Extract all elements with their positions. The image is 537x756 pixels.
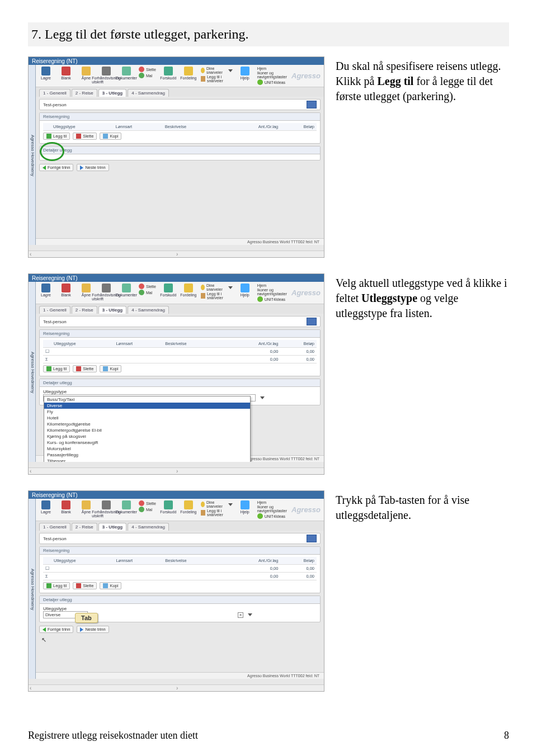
horizontal-scrollbar[interactable]: ‹› (29, 684, 324, 691)
dropdown-item[interactable]: Passasjertillegg (44, 452, 250, 458)
next-step-button[interactable]: Neste trinn (77, 164, 109, 171)
col-belop: Beløp (280, 123, 317, 131)
delete-link[interactable]: Slette (139, 500, 156, 506)
clear-button[interactable]: × (238, 612, 243, 618)
add-button[interactable]: Legg til (43, 582, 70, 589)
icons-nav-link[interactable]: Ikoner og navigeringstaster (257, 71, 287, 79)
add-shortcut-link[interactable]: Legg til i snarveier (201, 509, 233, 517)
save-button[interactable]: Lagre (38, 284, 54, 297)
dropdown-item-selected[interactable]: Diverse (44, 403, 250, 409)
delete-row-button[interactable]: Slette (73, 133, 97, 140)
advance-button[interactable]: Forskudd (161, 284, 176, 297)
shortcuts-menu[interactable]: Dine snarveier (201, 284, 233, 291)
documents-button[interactable]: Dokumenter (119, 284, 134, 297)
dropdown-item[interactable]: Tilhenger (44, 458, 250, 462)
copy-button[interactable]: Kopi (100, 133, 121, 140)
info-button[interactable]: Hjelp (237, 67, 253, 80)
next-step-button[interactable]: Neste trinn (77, 626, 109, 633)
copy-button[interactable]: Kopi (100, 582, 121, 589)
add-button[interactable]: Legg til (43, 365, 70, 372)
tab-summary[interactable]: 4 - Sammendrag (128, 523, 169, 531)
col-antgrlag: Ant./Gr.lag (224, 340, 281, 348)
tab-general[interactable]: 1 - Generell (39, 89, 70, 97)
blank-button[interactable]: Blank (58, 284, 74, 297)
dropdown-item[interactable]: Hotell (44, 415, 250, 421)
side-tab[interactable]: Agresso Hovedmeny (29, 65, 36, 245)
unit4-link[interactable]: UNIT4Ideas (257, 513, 287, 519)
preview-button[interactable]: Forhåndsvisning utskrift (98, 500, 114, 518)
chevron-down-icon[interactable] (248, 613, 252, 616)
home-link[interactable]: Hjem (257, 67, 287, 70)
dropdown-item[interactable]: Kilometergodtgjørelse (44, 421, 250, 427)
unit4-link[interactable]: UNIT4Ideas (257, 79, 287, 85)
tab-travel[interactable]: 2 - Reise (72, 523, 97, 531)
tab-expenses[interactable]: 3 - Utlegg (98, 523, 126, 531)
add-shortcut-link[interactable]: Legg til i snarveier (201, 75, 233, 83)
horizontal-scrollbar[interactable]: ‹› (29, 467, 324, 474)
blank-button[interactable]: Blank (58, 67, 74, 80)
tab-travel[interactable]: 2 - Reise (72, 89, 97, 97)
add-button[interactable]: Legg til (43, 133, 70, 140)
shortcuts-menu[interactable]: Dine snarveier (201, 67, 233, 74)
preview-button[interactable]: Forhåndsvisning utskrift (98, 284, 114, 301)
distribution-button[interactable]: Fordeling (181, 284, 196, 297)
documents-button[interactable]: Dokumenter (119, 67, 134, 80)
tab-summary[interactable]: 4 - Sammendrag (128, 89, 169, 97)
tab-general[interactable]: 1 - Generell (39, 523, 70, 531)
add-shortcut-link[interactable]: Legg til i snarveier (201, 292, 233, 300)
save-button[interactable]: Lagre (38, 67, 54, 80)
template-link[interactable]: Mal (139, 73, 156, 78)
advance-button[interactable]: Forskudd (161, 67, 176, 80)
dropdown-item[interactable]: Kjøring på skogsvei (44, 433, 250, 440)
shortcuts-menu[interactable]: Dine snarveier (201, 500, 233, 508)
chevron-down-icon[interactable] (260, 396, 265, 399)
template-link[interactable]: Mal (139, 507, 156, 512)
info-button[interactable]: Hjelp (237, 284, 253, 297)
tab-travel[interactable]: 2 - Reise (72, 306, 97, 314)
advance-button[interactable]: Forskudd (161, 500, 176, 514)
distribution-button[interactable]: Fordeling (181, 67, 196, 80)
dropdown-item[interactable]: Kilometergodtgjørelse El-bil (44, 427, 250, 433)
save-button[interactable]: Lagre (38, 500, 54, 514)
dropdown-item[interactable]: Fly (44, 409, 250, 415)
prev-step-button[interactable]: Forrige trinn (39, 164, 73, 171)
distribution-button[interactable]: Fordeling (181, 500, 196, 514)
horizontal-scrollbar[interactable]: ‹› (29, 251, 324, 257)
template-link[interactable]: Mal (139, 290, 156, 295)
utleggstype-dropdown[interactable]: Buss/Tog/Taxi Diverse Fly Hotell Kilomet… (44, 396, 251, 462)
dropdown-item[interactable]: Buss/Tog/Taxi (44, 396, 250, 403)
person-action-icon[interactable] (307, 101, 317, 108)
preview-button[interactable]: Forhåndsvisning utskrift (98, 67, 114, 84)
table-row[interactable]: ☐ 0,00 0,00 (43, 565, 317, 573)
advance-icon (164, 284, 173, 292)
col-antgrlag: Ant./Gr.lag (223, 123, 280, 131)
delete-row-button[interactable]: Slette (73, 582, 97, 589)
tab-expenses[interactable]: 3 - Utlegg (98, 89, 126, 97)
side-tab[interactable]: Agresso Hovedmeny (29, 499, 36, 679)
table-row[interactable]: ☐ 0,00 0,00 (43, 348, 317, 356)
delete-row-button[interactable]: Slette (73, 365, 97, 372)
dropdown-item[interactable]: Kurs- og konferanseavgift (44, 440, 250, 446)
col-beskrivelse: Beskrivelse (163, 557, 223, 565)
home-link[interactable]: Hjem (257, 500, 287, 504)
tab-expenses[interactable]: 3 - Utlegg (98, 306, 126, 314)
icons-nav-link[interactable]: Ikoner og navigeringstaster (257, 505, 287, 513)
status-bar: Agresso Business World TTT002 feid: NT (36, 672, 324, 679)
blank-button[interactable]: Blank (58, 500, 74, 514)
person-action-icon[interactable] (307, 535, 317, 542)
side-tab[interactable]: Agresso Hovedmeny (29, 282, 36, 462)
copy-button[interactable]: Kopi (100, 365, 121, 372)
person-action-icon[interactable] (307, 318, 317, 325)
tab-general[interactable]: 1 - Generell (39, 306, 70, 314)
home-link[interactable]: Hjem (257, 284, 287, 287)
prev-step-button[interactable]: Forrige trinn (39, 626, 73, 633)
info-button[interactable]: Hjelp (237, 500, 253, 514)
delete-link[interactable]: Slette (139, 67, 156, 72)
documents-button[interactable]: Dokumenter (119, 500, 134, 514)
tab-summary[interactable]: 4 - Sammendrag (128, 306, 169, 314)
delete-link[interactable]: Slette (139, 284, 156, 289)
unit4-link[interactable]: UNIT4Ideas (257, 296, 287, 302)
icons-nav-link[interactable]: Ikoner og navigeringstaster (257, 288, 287, 296)
dropdown-item[interactable]: Motorsykkel (44, 446, 250, 452)
expense-panel: Reiseregning Utleggstype Lønnsart Beskri… (39, 329, 321, 376)
